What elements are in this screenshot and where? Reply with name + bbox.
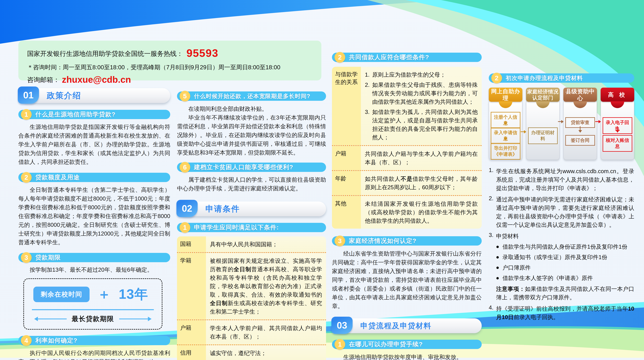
note-item: 3. 申贷材料 bbox=[489, 232, 634, 240]
note-item: 4. 持《受理证明》前往高校报到，并请高校老师于当年10月10日前录入电子回执。 bbox=[489, 304, 634, 321]
q3-body: 按学制加13年、最长不超过20年、最短6年确定。 bbox=[18, 265, 170, 274]
q6-title: 建档立卡贫困人口能享受哪些便利? bbox=[194, 163, 293, 171]
row-label: 户籍 bbox=[332, 146, 361, 170]
email-label: 咨询邮箱： bbox=[27, 76, 60, 83]
section-01-header: 01 政策介绍 bbox=[19, 88, 170, 103]
arrow-line-left bbox=[38, 319, 67, 319]
bullet-dot-icon bbox=[496, 267, 499, 269]
note-text-part: 持《受理证明》前往高校报到，并请高校老师于当年 bbox=[496, 306, 628, 312]
q4-number-badge: 4 bbox=[21, 335, 32, 346]
hotline-label: 国家开发银行生源地信用助学贷款全国统一服务热线： bbox=[27, 50, 183, 57]
q4-title: 利率如何确定? bbox=[35, 337, 78, 345]
notice-line: 注意事项：如果借款学生及共同借款人不在同一本户口簿上，需携带双方户口簿原件。 bbox=[496, 285, 634, 302]
section-01-title: 政策介绍 bbox=[47, 90, 81, 101]
table-row: 户籍 学生本人入学前户籍、其共同借款人户籍均在本县（市、区）； bbox=[177, 320, 326, 345]
bullet-text: 借款学生本人签字的《申请表》原件 bbox=[502, 274, 593, 282]
row-label: 户籍 bbox=[177, 320, 206, 345]
material-bullet: 借款学生与共同借款人身份证原件1份及复印件1份 bbox=[496, 243, 634, 251]
email-address: zhuxue@cdb.cn bbox=[62, 74, 131, 85]
lane-header: 县级资助中心 bbox=[563, 88, 597, 102]
first-apply-pill: 2 初次申请办理流程及申贷材料 bbox=[489, 73, 634, 83]
q5-paragraph-1: 在读期间利息全部由财政补贴。 bbox=[177, 104, 326, 113]
note-item: 2. 通过高中预申请的同学无需进行家庭经济困难认定；未通过高中预申请的同学，需要… bbox=[489, 195, 634, 229]
flow-notes-list: 1. 学生在线服务系统网址为www.csls.cdb.com.cn。登录系统后，… bbox=[489, 167, 634, 321]
arrow-down-icon bbox=[617, 126, 618, 132]
first-apply-title: 初次申请办理流程及申贷材料 bbox=[506, 74, 583, 82]
apply-conditions-title: 申请学生应同时满足以下条件: bbox=[194, 223, 279, 232]
max-period-arrow: 最长贷款期限 bbox=[32, 315, 154, 323]
flow-lane-university: 高 校 录入电子回执 核对入账信息 bbox=[601, 88, 634, 161]
row-label: 其他 bbox=[332, 196, 361, 229]
diagram-rule bbox=[32, 309, 154, 310]
column-repayment-conditions: 5 什么时候开始还款，还本宽限期是多长时间? 在读期间利息全部由财政补贴。 毕业… bbox=[177, 91, 326, 360]
bullet-dot-icon bbox=[496, 246, 499, 248]
relation-item: 1. 原则上应为借款学生的父母； bbox=[365, 70, 478, 79]
consult-time: ＊咨询时间：周一至周五8:00至18:00，受理高峰期（7月8日到9月29日）周… bbox=[27, 63, 312, 71]
flow-lane-county-center: 县级资助中心 贷前审查 签订合同 bbox=[563, 88, 597, 161]
arrow-down-icon bbox=[505, 136, 506, 140]
table-row: 信用 诚实守信，遵纪守法； bbox=[177, 345, 326, 360]
item-number: 3. bbox=[365, 108, 372, 142]
where-apply-number-badge: 1 bbox=[334, 339, 345, 350]
bullet-text: 录取通知书（或学生证）原件及复印件1份 bbox=[502, 253, 607, 261]
relation-item: 3. 如借款学生为孤儿，共同借款人则为其他法定监护人，或是自愿与借款学生共同承担… bbox=[365, 108, 478, 142]
where-apply-pill: 1 在哪儿可以办理申贷手续? bbox=[332, 340, 482, 349]
row-value: 如共同借款人不是借款学生父母时，其年龄原则上在25周岁以上，60周岁以下； bbox=[361, 171, 482, 195]
note-number: 4. bbox=[489, 304, 496, 321]
column-policy-intro: 01 政策介绍 1 什么是生源地信用助学贷款? 生源地信用助学贷款是指国家开发银… bbox=[18, 88, 170, 360]
section-03-title: 申贷流程及申贷材料 bbox=[360, 321, 432, 331]
q2-body: 全日制普通本专科学生（含第二学士学位、高职学生）每人每年申请贷款额度不超过800… bbox=[18, 185, 170, 247]
column-first-apply-flow: 2 初次申请办理流程及申贷材料 网上自助办理 注册个人信息 录入申请信息 导出并… bbox=[489, 73, 634, 321]
flow-step: 导出并打印《申请表》 bbox=[491, 143, 520, 160]
material-bullet: 户口簿原件 bbox=[496, 264, 634, 272]
family-assess-number-badge: 3 bbox=[334, 236, 345, 246]
table-row: 与借款学生的关系 1. 原则上应为借款学生的父母； 2. 如果借款学生父母由于残… bbox=[332, 67, 482, 146]
q5-pill: 5 什么时候开始还款，还本宽限期是多长时间? bbox=[177, 91, 326, 101]
row-value: 诚实守信，遵纪守法； bbox=[206, 345, 326, 360]
row-label: 国籍 bbox=[177, 236, 206, 252]
bullet-dot-icon bbox=[496, 277, 499, 279]
item-number: 1. bbox=[365, 70, 372, 79]
note-text: 学生在线服务系统网址为www.csls.cdb.com.cn。登录系统后，完成注… bbox=[496, 167, 634, 192]
relation-item: 2. 如果借款学生父母由于残疾、患病等特殊情况丧失劳动能力或民事行为能力的，可由… bbox=[365, 81, 478, 106]
coborrower-pill: 2 共同借款人应符合哪些条件? bbox=[332, 53, 482, 62]
row-value: 共同借款人户籍与学生本人入学前户籍均在本县（市、区）； bbox=[361, 146, 482, 170]
note-item: 1. 学生在线服务系统网址为www.csls.cdb.com.cn。登录系统后，… bbox=[489, 167, 634, 192]
arrow-line-right bbox=[119, 319, 148, 319]
bullet-dot-icon bbox=[496, 256, 499, 259]
section-02-number: 02 bbox=[176, 200, 198, 217]
hotline-line: 国家开发银行生源地信用助学贷款全国统一服务热线：95593 bbox=[27, 47, 312, 59]
q1-pill: 1 什么是生源地信用助学贷款? bbox=[18, 110, 170, 119]
row-value: 具有中华人民共和国国籍； bbox=[206, 236, 326, 252]
material-bullet: 录取通知书（或学生证）原件及复印件1份 bbox=[496, 253, 634, 261]
q1-number-badge: 1 bbox=[21, 109, 32, 120]
max-period-label: 最长贷款期限 bbox=[72, 315, 114, 323]
row-value: 被根据国家有关规定批准设立、实施高等学历教育的全日制普通本科高校、高等职业学校和… bbox=[206, 253, 326, 320]
q4-pill: 4 利率如何确定? bbox=[18, 336, 170, 345]
q2-pill: 2 贷款额度及用途 bbox=[18, 173, 170, 182]
bullet-text: 户口簿原件 bbox=[502, 264, 531, 272]
family-assess-title: 家庭经济情况如何认定? bbox=[349, 237, 416, 245]
student-conditions-table: 国籍 具有中华人民共和国国籍； 学籍 被根据国家有关规定批准设立、实施高等学历教… bbox=[177, 236, 326, 360]
q2-title: 贷款额度及用途 bbox=[35, 173, 80, 181]
apply-conditions-number-badge: 1 bbox=[180, 222, 190, 233]
flow-step: 签订合同 bbox=[565, 135, 595, 146]
hotline-info-box: 国家开发银行生源地信用助学贷款全国统一服务热线：95593 ＊咨询时间：周一至周… bbox=[18, 41, 321, 80]
row-text: 如共同借款人 bbox=[365, 176, 400, 182]
table-row: 其他 未结清国家开发银行生源地信用助学贷款（或高校助学贷款）的借款学生不能作为其… bbox=[332, 196, 482, 229]
row-label: 学籍 bbox=[177, 253, 206, 320]
arrow-left-icon bbox=[32, 317, 38, 321]
brochure-page: 国家开发银行生源地信用助学贷款全国统一服务热线：95593 ＊咨询时间：周一至周… bbox=[0, 0, 644, 360]
q5-title: 什么时候开始还款，还本宽限期是多长时间? bbox=[194, 92, 310, 100]
where-apply-title: 在哪儿可以办理申贷手续? bbox=[349, 340, 423, 349]
section-01-number: 01 bbox=[18, 86, 39, 104]
thirteen-years-label: 13年 bbox=[119, 285, 148, 304]
arrow-down-icon bbox=[505, 121, 506, 125]
row-label: 信用 bbox=[177, 345, 206, 360]
family-assess-pill: 3 家庭经济情况如何认定? bbox=[332, 236, 482, 246]
lane-header: 高 校 bbox=[601, 88, 634, 102]
section-02-title: 申请条件 bbox=[206, 204, 240, 214]
arrow-right-icon bbox=[595, 121, 600, 122]
note-number: 3. bbox=[489, 232, 496, 240]
section-02-header: 02 申请条件 bbox=[178, 202, 326, 216]
